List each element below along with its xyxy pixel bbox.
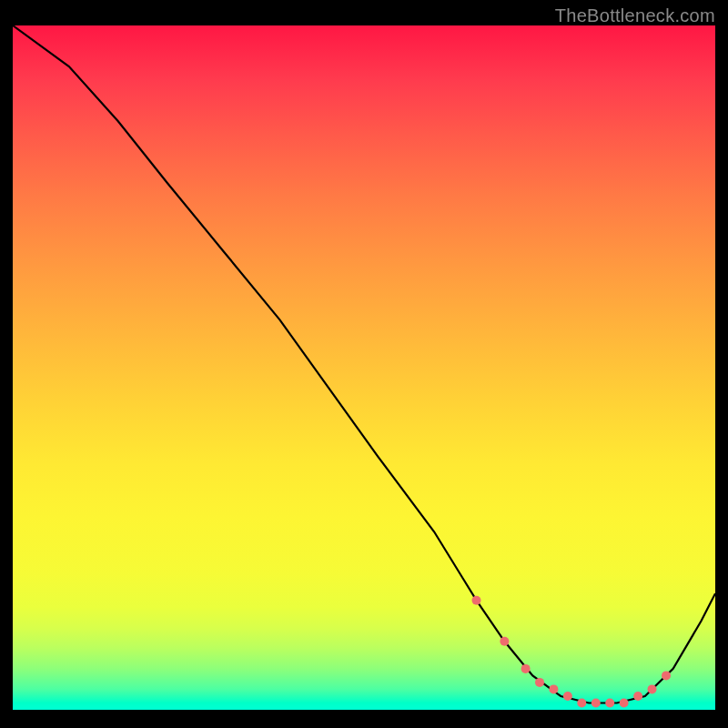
chart-frame: TheBottleneck.com [0,0,728,728]
highlight-dot [633,692,642,701]
highlight-dot [605,699,614,708]
highlight-dot [521,664,531,673]
highlight-dots [472,596,672,708]
plot-area [13,25,715,710]
highlight-dot [592,699,601,708]
highlight-dot [563,692,572,701]
chart-svg [13,25,715,710]
highlight-dot [500,637,509,646]
highlight-dot [472,596,481,605]
highlight-dot [620,699,629,708]
highlight-dot [535,678,544,687]
highlight-dot [648,684,657,693]
highlight-dot [577,699,586,708]
bottleneck-curve-path [13,25,715,703]
highlight-dot [549,684,558,693]
highlight-dot [662,671,671,680]
watermark-text: TheBottleneck.com [555,5,715,26]
